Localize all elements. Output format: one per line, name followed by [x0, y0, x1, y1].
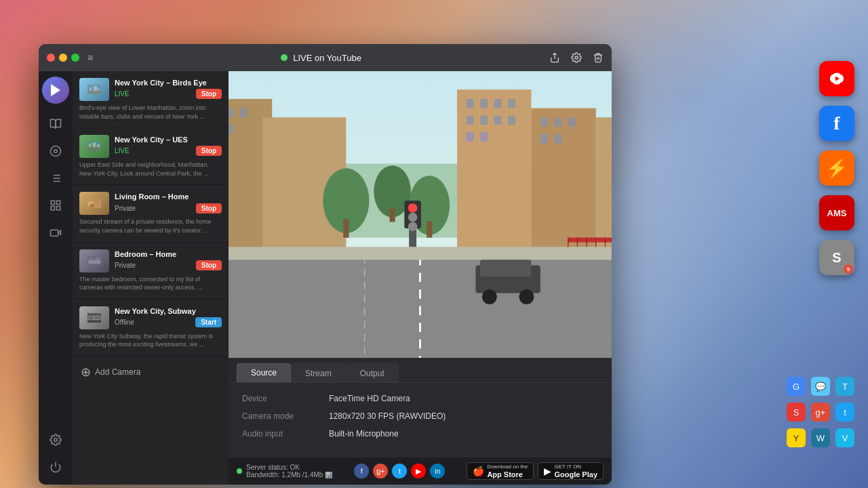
camera-item-header-1: New York City – UES LIVE Stop: [79, 135, 222, 158]
sidebar-item-list[interactable]: [43, 166, 68, 190]
sidebar-item-grid[interactable]: [43, 193, 68, 218]
camera-mode-label: Camera mode: [242, 411, 323, 421]
menu-icon[interactable]: ≡: [87, 52, 93, 63]
svg-rect-32: [90, 204, 94, 207]
svg-rect-31: [95, 199, 99, 206]
camera-status-row-1: LIVE Stop: [115, 146, 222, 156]
dock-youtube[interactable]: [819, 61, 854, 96]
svg-rect-52: [467, 115, 474, 125]
social-youtube[interactable]: ▶: [411, 464, 426, 479]
svg-rect-41: [87, 321, 101, 323]
app-body: New York City – Birds Eye LIVE Stop Bird…: [39, 71, 612, 485]
app-store-badge[interactable]: 🍎 Download on the App Store: [467, 462, 534, 480]
sidebar-item-power[interactable]: [43, 455, 68, 479]
footer: Server status: OK Bandwidth: 1.2Mb /1.4M…: [229, 458, 612, 485]
delete-button[interactable]: [593, 52, 604, 63]
camera-info-1: New York City – UES LIVE Stop: [115, 135, 222, 156]
social-twitter[interactable]: t: [392, 464, 407, 479]
audio-input-value: Built-in Microphone: [329, 429, 399, 439]
server-status: Server status: OK Bandwidth: 1.2Mb /1.4M…: [237, 464, 332, 479]
svg-rect-60: [568, 117, 576, 127]
svg-rect-20: [87, 91, 101, 94]
camera-mode-row: Camera mode 868x488 30 FPS (RAWVIDEO): [242, 411, 598, 421]
camera-mode-value: 868x488 30 FPS (RAWVIDEO): [329, 411, 446, 421]
dock-5[interactable]: S 5: [819, 240, 854, 275]
camera-item-1[interactable]: New York City – UES LIVE Stop Upper East…: [73, 128, 229, 185]
svg-rect-50: [494, 99, 502, 108]
tab-stream[interactable]: Stream: [291, 363, 346, 382]
minimize-button[interactable]: [59, 54, 67, 62]
icon-sidebar: [39, 71, 73, 485]
street-scene: [229, 71, 612, 358]
camera-stop-btn-0[interactable]: Stop: [196, 89, 222, 99]
server-status-dot: [237, 468, 242, 474]
mini-dock-y[interactable]: Y: [787, 428, 806, 447]
camera-desc-4: New York City Subway, the rapid transit …: [79, 332, 222, 349]
social-linkedin[interactable]: in: [430, 464, 445, 479]
share-button[interactable]: [549, 52, 560, 63]
sidebar-item-location[interactable]: [43, 139, 68, 163]
device-row: Device FaceTime HD Camera: [242, 394, 598, 403]
camera-desc-1: Upper East Side and neighborhood, Manhat…: [79, 161, 222, 178]
live-indicator-dot: [281, 54, 288, 61]
google-play-badge[interactable]: ▶ GET IT ON Google Play: [538, 462, 604, 480]
dock-ams[interactable]: AMS: [819, 195, 854, 230]
svg-point-85: [408, 203, 418, 213]
tab-output[interactable]: Output: [346, 363, 399, 382]
camera-name-3: Bedroom – Home: [115, 249, 222, 259]
mini-dock-t[interactable]: T: [835, 377, 854, 396]
mini-dock-twitter[interactable]: t: [835, 403, 854, 422]
app-logo[interactable]: [42, 77, 69, 104]
svg-rect-54: [494, 115, 502, 125]
dock-facebook[interactable]: f: [819, 106, 854, 141]
camera-status-0: LIVE: [115, 90, 130, 98]
camera-item-2[interactable]: Living Room – Home Private Stop Secured …: [73, 185, 229, 242]
facebook-icon: f: [833, 113, 840, 134]
camera-start-btn-4[interactable]: Start: [195, 317, 222, 327]
close-button[interactable]: [47, 54, 55, 62]
camera-name-2: Living Room – Home: [115, 192, 222, 201]
svg-rect-69: [239, 108, 247, 118]
mini-dock-wp[interactable]: W: [811, 428, 830, 447]
mini-dock-s[interactable]: S: [787, 403, 806, 422]
add-camera-button[interactable]: ⊕ Add Camera: [73, 357, 229, 388]
camera-name-0: New York City – Birds Eye: [115, 78, 222, 87]
svg-rect-58: [540, 117, 548, 127]
mini-dock-vimeo[interactable]: V: [835, 428, 854, 447]
camera-item-4[interactable]: New York City, Subway Offline Start New …: [73, 300, 229, 357]
sidebar-item-book[interactable]: [43, 112, 68, 136]
add-camera-label: Add Camera: [95, 367, 140, 377]
social-google-plus[interactable]: g+: [373, 464, 388, 479]
tab-source[interactable]: Source: [237, 363, 291, 382]
camera-stop-btn-1[interactable]: Stop: [196, 146, 222, 156]
svg-rect-39: [89, 317, 94, 319]
camera-item-3[interactable]: Bedroom – Home Private Stop The master b…: [73, 243, 229, 300]
video-preview: [229, 71, 612, 358]
source-info-panel: Device FaceTime HD Camera Camera mode 12…: [229, 383, 612, 458]
svg-rect-51: [508, 99, 515, 108]
camera-status-row-2: Private Stop: [115, 203, 222, 214]
main-content: Source Stream Output Device FaceTime HD …: [229, 71, 612, 485]
dock-bolt[interactable]: ⚡: [819, 150, 854, 186]
camera-name-1: New York City – UES: [115, 135, 222, 144]
bandwidth-icon: 📊: [325, 472, 332, 479]
svg-rect-23: [98, 88, 100, 91]
mini-dock-messages[interactable]: 💬: [811, 377, 830, 396]
camera-stop-btn-2[interactable]: Stop: [196, 203, 222, 214]
sidebar-item-video[interactable]: [43, 220, 68, 245]
mini-dock-gplus[interactable]: g+: [811, 403, 830, 422]
mini-dock-row-1: G 💬 T: [787, 377, 854, 396]
camera-thumb-4: [79, 306, 109, 329]
camera-stop-btn-3[interactable]: Stop: [196, 260, 222, 270]
settings-button[interactable]: [571, 52, 582, 63]
mini-dock-google[interactable]: G: [787, 377, 806, 396]
svg-point-91: [519, 289, 534, 304]
svg-point-86: [408, 213, 418, 222]
maximize-button[interactable]: [71, 54, 79, 62]
svg-rect-57: [480, 132, 488, 142]
svg-rect-26: [89, 144, 91, 147]
camera-item-header-0: New York City – Birds Eye LIVE Stop: [79, 78, 222, 101]
sidebar-item-settings[interactable]: [43, 428, 68, 452]
camera-item-0[interactable]: New York City – Birds Eye LIVE Stop Bird…: [73, 71, 229, 128]
social-facebook[interactable]: f: [354, 464, 369, 479]
